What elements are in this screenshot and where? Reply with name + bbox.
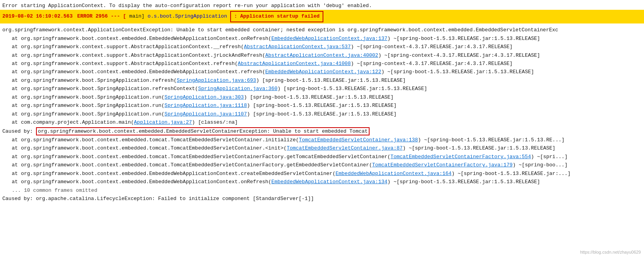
main-exception-line: org.springframework.context.ApplicationC… xyxy=(2,26,642,34)
stack-at-line: at org.springframework.context.support.A… xyxy=(2,51,642,59)
stack-at-line: at org.springframework.context.support.A… xyxy=(2,43,642,51)
thread-info: main] xyxy=(129,13,144,21)
stack-link[interactable]: TomcatEmbeddedServletContainerFactory.ja… xyxy=(390,154,531,160)
stack-link[interactable]: TomcatEmbeddedServletContainer.java:138 xyxy=(299,137,418,143)
stack-at-line: at org.springframework.boot.context.embe… xyxy=(2,153,642,161)
stack-at-line: at org.springframework.boot.SpringApplic… xyxy=(2,76,642,85)
error-level: ERROR 2956 --- [ xyxy=(74,13,126,21)
stack-link[interactable]: AbstractApplicationContext.java:537 xyxy=(244,44,351,50)
caused-by-line: Caused by: org.springframework.boot.cont… xyxy=(2,127,642,135)
stack-at-line: at org.springframework.boot.SpringApplic… xyxy=(2,85,642,93)
stack-at-line: at com.company.project.Application.main(… xyxy=(2,118,642,126)
stack-link[interactable]: EmbeddedWebApplicationContext.java:164 xyxy=(336,171,451,177)
stack-link[interactable]: AbstractApplicationContext.java:40002 xyxy=(265,52,379,58)
stack-link[interactable]: AbstractApplicationContext.java:41008 xyxy=(238,61,351,67)
stack-at-line: at org.springframework.boot.context.embe… xyxy=(2,144,642,152)
stack-link[interactable]: TomcatEmbeddedServletContainer.java:87 xyxy=(287,145,402,151)
stack-at-line: at org.springframework.boot.SpringApplic… xyxy=(2,110,642,118)
stack-at-line: at org.springframework.boot.context.embe… xyxy=(2,68,642,76)
stack-link[interactable]: SpringApplication.java:1118 xyxy=(164,103,247,108)
stack-link[interactable]: SpringApplication.java:1107 xyxy=(164,111,247,117)
stack-at-line: at org.springframework.boot.SpringApplic… xyxy=(2,93,642,101)
stack-link[interactable]: EmbeddedWebApplicationContext.java:122 xyxy=(265,69,381,75)
stack-at-line: at org.springframework.boot.context.embe… xyxy=(2,161,642,169)
final-caused-by-line: Caused by: org.apache.catalina.Lifecycle… xyxy=(2,195,642,203)
stack-at-line: at org.springframework.boot.SpringApplic… xyxy=(2,101,642,110)
stack-link[interactable]: TomcatEmbeddedServletContainerFactory.ja… xyxy=(372,162,513,168)
class-link[interactable]: o.s.boot.SpringApplication xyxy=(148,13,227,21)
stack-link[interactable]: SpringApplication.java:360 xyxy=(198,86,278,92)
stack-at-line: at org.springframework.boot.context.embe… xyxy=(2,34,642,43)
stack-link[interactable]: SpringApplication.java:303 xyxy=(164,94,244,100)
intro-line: Error starting ApplicationContext. To di… xyxy=(2,2,642,10)
omitted-frames-line: ... 10 common frames omitted xyxy=(2,186,642,195)
stack-link[interactable]: Application.java:27 xyxy=(134,119,192,125)
stack-trace-container: org.springframework.context.ApplicationC… xyxy=(0,23,644,206)
stack-at-line: at org.springframework.boot.context.embe… xyxy=(2,136,642,144)
stack-at-line: at org.springframework.context.support.A… xyxy=(2,59,642,68)
stack-at-line: at org.springframework.boot.context.embe… xyxy=(2,178,642,186)
error-banner: 2019-08-02 16:10:02.563 ERROR 2956 --- [… xyxy=(0,10,644,23)
watermark: https://blog.csdn.net/zhayu0629 xyxy=(580,250,641,254)
stack-link[interactable]: SpringApplication.java:693 xyxy=(177,78,256,83)
caused-by-highlight: org.springframework.boot.context.embedde… xyxy=(36,127,370,135)
startup-failed-badge: : Application startup failed xyxy=(230,11,323,22)
stack-link[interactable]: EmbeddedWebApplicationContext.java:134 xyxy=(271,179,387,185)
error-timestamp: 2019-08-02 16:10:02.563 xyxy=(2,13,72,21)
stack-link[interactable]: EmbeddedWebApplicationContext.java:137 xyxy=(271,36,387,41)
stack-at-line: at org.springframework.boot.context.embe… xyxy=(2,169,642,178)
